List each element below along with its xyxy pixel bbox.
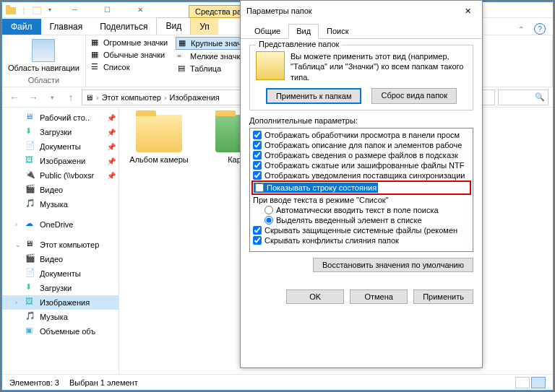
advanced-option[interactable]: Скрывать конфликты слияния папок <box>251 235 471 245</box>
large-icons-icon: ▦ <box>178 38 189 48</box>
sidebar-item[interactable]: 🎵Музыка <box>2 310 119 324</box>
checkbox[interactable] <box>255 183 264 192</box>
nav-pane-icon <box>32 39 55 62</box>
docs-icon: 📄 <box>25 268 37 279</box>
pics-icon: 🖼 <box>25 155 37 167</box>
file-item-album[interactable]: Альбом камеры <box>126 115 192 367</box>
advanced-option[interactable]: Отображать обработчики просмотра в панел… <box>251 130 471 140</box>
breadcrumb-pc[interactable]: Этот компьютер <box>102 93 161 102</box>
3d-icon: ▣ <box>25 326 37 337</box>
search-icon: 🔍 <box>535 92 545 102</box>
view-details-button[interactable] <box>515 377 530 388</box>
sidebar-item[interactable]: ▣Объемные объ <box>2 324 119 339</box>
minimize-button[interactable]: ─ <box>59 2 91 18</box>
file-label: Альбом камеры <box>129 155 188 164</box>
layout-huge[interactable]: ▦Огромные значки <box>89 37 170 48</box>
qat-dropdown-icon[interactable]: ▾ <box>44 4 56 16</box>
back-button[interactable]: ← <box>7 90 22 105</box>
sidebar-item[interactable]: 🎬Видео <box>2 252 119 266</box>
sidebar-item[interactable]: 🖥Рабочий сто..📌 <box>2 110 119 125</box>
advanced-option[interactable]: При вводе текста в режиме "Список" <box>251 195 471 205</box>
collapse-icon[interactable]: ⌄ <box>15 241 22 248</box>
chevron-right-icon[interactable]: › <box>164 93 167 102</box>
expand-icon[interactable]: › <box>15 221 22 228</box>
advanced-settings-list[interactable]: Отображать обработчики просмотра в панел… <box>249 128 473 252</box>
checkbox[interactable] <box>253 171 262 180</box>
layout-list[interactable]: ☰Список <box>89 61 170 73</box>
chevron-right-icon[interactable]: › <box>96 93 99 102</box>
sidebar: 🖥Рабочий сто..📌⬇Загрузки📌📄Документы📌🖼Изо… <box>2 108 119 375</box>
advanced-option[interactable]: Показывать строку состояния <box>254 183 378 193</box>
checkbox[interactable] <box>253 161 262 170</box>
tab-file[interactable]: Файл <box>2 19 41 35</box>
advanced-option[interactable]: Отображать сжатые или зашифрованные файл… <box>251 160 471 170</box>
sidebar-onedrive[interactable]: ›☁OneDrive <box>2 217 119 232</box>
sidebar-item[interactable]: ›🖼Изображения <box>2 295 119 310</box>
tab-view[interactable]: Вид <box>156 17 191 35</box>
sidebar-thispc[interactable]: ⌄🖥Этот компьютер <box>2 238 119 252</box>
tab-home[interactable]: Главная <box>41 19 92 35</box>
advanced-option[interactable]: Отображать уведомления поставщика синхро… <box>251 170 471 180</box>
advanced-option[interactable]: Автоматически вводить текст в поле поиск… <box>251 205 471 215</box>
layout-table[interactable]: ▤Таблица <box>176 63 248 74</box>
svg-rect-1 <box>6 5 10 7</box>
apply-button[interactable]: Применить <box>413 289 473 304</box>
explorer-icon <box>5 4 17 16</box>
up-button[interactable]: ↑ <box>63 90 79 105</box>
advanced-option[interactable]: Отображать описание для папок и элементо… <box>251 140 471 150</box>
sidebar-item[interactable]: 📄Документы <box>2 266 119 281</box>
sidebar-item[interactable]: ⬇Загрузки <box>2 281 119 295</box>
help-icon[interactable]: ? <box>534 23 546 35</box>
forward-button[interactable]: → <box>25 90 41 105</box>
checkbox[interactable] <box>253 141 262 149</box>
ok-button[interactable]: OK <box>286 289 344 304</box>
close-button[interactable]: ✕ <box>124 2 156 18</box>
cancel-button[interactable]: Отмена <box>350 289 408 304</box>
maximize-button[interactable]: ☐ <box>91 2 124 18</box>
downloads-icon: ⬇ <box>25 282 37 294</box>
advanced-option[interactable]: Скрывать защищенные системные файлы (рек… <box>251 225 471 235</box>
sidebar-item[interactable]: 🎬Видео <box>2 183 119 197</box>
breadcrumb-pics[interactable]: Изображения <box>170 93 220 102</box>
ribbon-help: ⌃ ? <box>508 23 553 35</box>
advanced-option[interactable]: Отображать сведения о размере файлов в п… <box>251 150 471 160</box>
ribbon-group-panes: Область навигации Области <box>2 35 86 87</box>
restore-defaults-button[interactable]: Восстановить значения по умолчанию <box>313 258 473 272</box>
status-count: Элементов: 3 <box>9 378 59 387</box>
reset-folders-button[interactable]: Сброс вида папок <box>371 88 457 104</box>
layout-large[interactable]: ▦Крупные значк <box>176 37 248 50</box>
sidebar-item[interactable]: ⬇Загрузки📌 <box>2 125 119 139</box>
checkbox[interactable] <box>253 236 262 245</box>
sidebar-item[interactable]: 📄Документы📌 <box>2 139 119 154</box>
checkbox[interactable] <box>253 226 262 235</box>
tab-share[interactable]: Поделиться <box>91 19 156 35</box>
sidebar-item[interactable]: 🖼Изображени📌 <box>2 154 119 168</box>
checkbox[interactable] <box>253 151 262 160</box>
table-icon: ▤ <box>178 64 188 74</box>
layout-normal[interactable]: ▦Обычные значки <box>89 49 170 61</box>
search-input[interactable]: 🔍 <box>498 90 548 105</box>
dialog-titlebar: Параметры папок ✕ <box>241 1 482 21</box>
sidebar-item[interactable]: 🎵Музыка <box>2 197 119 212</box>
view-icons-button[interactable] <box>531 377 546 388</box>
advanced-option[interactable]: Выделять введенный элемент в списке <box>251 215 471 225</box>
ribbon-collapse-icon[interactable]: ⌃ <box>515 23 527 35</box>
recent-button[interactable]: ▾ <box>44 90 60 105</box>
radio[interactable] <box>264 206 273 214</box>
dialog-close-button[interactable]: ✕ <box>459 4 476 18</box>
qat-item[interactable] <box>31 4 43 16</box>
normal-icons-icon: ▦ <box>91 50 101 60</box>
dialog-tab-general[interactable]: Общие <box>246 24 288 38</box>
expand-icon[interactable]: › <box>15 299 22 306</box>
context-tab[interactable]: Средства ра <box>189 5 248 18</box>
sidebar-item[interactable]: 🔌Public (\\vboxsr📌 <box>2 168 119 183</box>
radio[interactable] <box>264 216 273 225</box>
apply-to-folders-button[interactable]: Применить к папкам <box>266 88 362 104</box>
checkbox[interactable] <box>253 131 262 139</box>
pics-icon: 🖼 <box>25 297 37 308</box>
tab-tool[interactable]: Уп <box>191 19 218 35</box>
nav-pane-button[interactable]: Область навигации <box>5 37 82 75</box>
dialog-tab-search[interactable]: Поиск <box>319 24 356 38</box>
layout-small[interactable]: ▫Мелкие значк <box>176 51 248 62</box>
dialog-tab-view[interactable]: Вид <box>288 24 319 39</box>
